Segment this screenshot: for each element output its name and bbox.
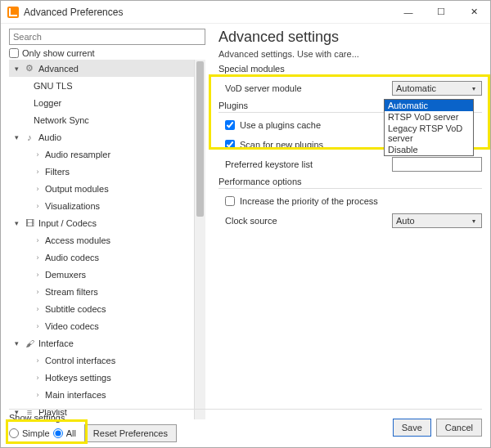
tree-subtitle-codecs[interactable]: ›Subtitle codecs	[9, 300, 194, 317]
tree-output-modules[interactable]: ›Output modules	[9, 180, 194, 197]
page-subtitle: Advanced settings. Use with care...	[218, 49, 482, 59]
only-show-current-checkbox[interactable]	[9, 48, 19, 58]
scan-new-plugins-label: Scan for new plugins	[240, 140, 323, 150]
radio-simple[interactable]: Simple	[9, 428, 50, 438]
page-heading: Advanced settings	[218, 29, 482, 46]
only-show-current-row[interactable]: Only show current	[9, 48, 205, 58]
tree-advanced[interactable]: ▾⚙Advanced	[9, 60, 194, 77]
tree-video-codecs[interactable]: ›Video codecs	[9, 317, 194, 334]
app-icon	[7, 7, 19, 18]
tree-network-sync[interactable]: Network Sync	[9, 111, 194, 128]
vod-label: VoD server module	[218, 83, 392, 93]
tree-stream-filters[interactable]: ›Stream filters	[9, 283, 194, 300]
dropdown-option[interactable]: RTSP VoD server	[385, 111, 473, 123]
right-panel: Advanced settings Advanced settings. Use…	[210, 24, 490, 419]
window-title: Advanced Preferences	[24, 7, 392, 18]
footer: Show settings Simple All Reset Preferenc…	[9, 409, 482, 442]
scan-new-plugins-checkbox[interactable]	[225, 140, 235, 150]
vod-dropdown[interactable]: Automatic RTSP VoD server Legacy RTSP Vo…	[384, 99, 474, 156]
tree-input-codecs[interactable]: ▾🎞Input / Codecs	[9, 214, 194, 231]
preferred-keystore-row: Preferred keystore list	[218, 155, 482, 173]
increase-priority-row[interactable]: Increase the priority of the process	[218, 192, 482, 210]
dropdown-option[interactable]: Disable	[385, 144, 473, 155]
audio-icon: ♪	[24, 132, 35, 143]
dropdown-option[interactable]: Automatic	[385, 100, 473, 111]
tree-scrollbar[interactable]	[194, 60, 205, 419]
use-plugins-cache-label: Use a plugins cache	[240, 120, 321, 130]
show-settings-block: Show settings Simple All Reset Preferenc…	[9, 413, 177, 442]
codec-icon: 🎞	[24, 217, 35, 229]
radio-simple-input[interactable]	[9, 428, 19, 438]
tree-hotkeys-settings[interactable]: ›Hotkeys settings	[9, 369, 194, 386]
clock-source-row: Clock source Auto▾	[218, 212, 482, 230]
cancel-button[interactable]: Cancel	[436, 419, 482, 437]
increase-priority-checkbox[interactable]	[225, 196, 235, 206]
scrollbar-thumb[interactable]	[196, 61, 204, 217]
preferred-keystore-label: Preferred keystore list	[218, 159, 392, 169]
increase-priority-label: Increase the priority of the process	[240, 196, 378, 206]
radio-all[interactable]: All	[53, 428, 76, 438]
tree-access-modules[interactable]: ›Access modules	[9, 231, 194, 249]
only-show-current-label: Only show current	[22, 48, 95, 58]
clock-source-label: Clock source	[218, 216, 392, 226]
tree-interface[interactable]: ▾🖌Interface	[9, 334, 194, 352]
vod-combo[interactable]: Automatic▾	[392, 81, 482, 96]
minimize-button[interactable]: —	[392, 1, 425, 24]
tree-main-interfaces[interactable]: ›Main interfaces	[9, 386, 194, 403]
search-input[interactable]	[9, 29, 205, 45]
radio-all-input[interactable]	[53, 428, 63, 438]
titlebar: Advanced Preferences — ☐ ✕	[1, 1, 490, 24]
gear-icon: ⚙	[24, 63, 35, 74]
preferences-tree: ▾⚙Advanced GNU TLS Logger Network Sync ▾…	[9, 60, 205, 419]
maximize-button[interactable]: ☐	[425, 1, 457, 24]
reset-preferences-button[interactable]: Reset Preferences	[84, 424, 177, 442]
preferred-keystore-input[interactable]	[392, 157, 482, 172]
interface-icon: 🖌	[24, 338, 35, 349]
tree-visualizations[interactable]: ›Visualizations	[9, 197, 194, 214]
clock-source-combo[interactable]: Auto▾	[392, 213, 482, 228]
use-plugins-cache-checkbox[interactable]	[225, 120, 235, 130]
tree-audio-codecs[interactable]: ›Audio codecs	[9, 249, 194, 266]
show-settings-label: Show settings	[9, 413, 177, 423]
body: Only show current ▾⚙Advanced GNU TLS Log…	[1, 24, 490, 419]
tree-demuxers[interactable]: ›Demuxers	[9, 266, 194, 283]
vod-row: VoD server module Automatic▾	[218, 79, 482, 97]
tree-filters[interactable]: ›Filters	[9, 163, 194, 180]
section-special-modules: Special modules	[218, 64, 482, 74]
tree-audio-resampler[interactable]: ›Audio resampler	[9, 146, 194, 163]
chevron-down-icon: ▾	[468, 83, 480, 93]
section-performance: Performance options	[218, 177, 482, 186]
dropdown-option[interactable]: Legacy RTSP VoD server	[385, 123, 473, 144]
chevron-down-icon: ▾	[468, 216, 480, 226]
tree-control-interfaces[interactable]: ›Control interfaces	[9, 352, 194, 369]
tree-audio[interactable]: ▾♪Audio	[9, 128, 194, 146]
left-panel: Only show current ▾⚙Advanced GNU TLS Log…	[1, 24, 210, 419]
tree-logger[interactable]: Logger	[9, 94, 194, 111]
save-button[interactable]: Save	[393, 419, 431, 437]
tree-gnu-tls[interactable]: GNU TLS	[9, 77, 194, 94]
close-button[interactable]: ✕	[457, 1, 490, 24]
